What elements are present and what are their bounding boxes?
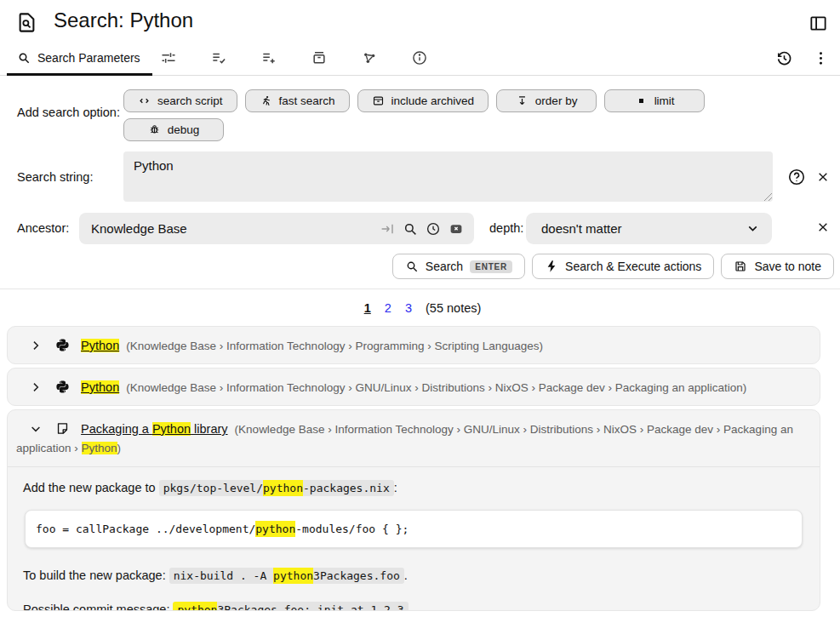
square-icon	[635, 94, 648, 107]
bolt-icon	[545, 260, 558, 273]
depth-label: depth:	[489, 221, 523, 235]
enter-kbd-badge: ENTER	[470, 260, 512, 273]
list-check-icon[interactable]	[210, 49, 227, 66]
pagination-page-2[interactable]: 2	[385, 301, 391, 315]
chevron-right-icon[interactable]	[30, 381, 42, 393]
jump-to-note-icon[interactable]	[380, 221, 395, 237]
ribbon-icon-group	[160, 43, 428, 73]
fast-search-button[interactable]: fast search	[245, 89, 350, 112]
search-icon	[405, 260, 419, 273]
result-title-link[interactable]: Python	[81, 380, 119, 394]
code-block: foo = callPackage ../development/python-…	[25, 510, 803, 548]
search-string-label: Search string:	[17, 170, 93, 184]
code-icon	[138, 94, 151, 107]
ancestor-input[interactable]	[79, 213, 372, 244]
debug-button[interactable]: debug	[123, 118, 224, 141]
content-paragraph: Possible commit message: python3Packages…	[23, 601, 804, 611]
chevron-down-icon[interactable]	[30, 423, 42, 435]
kebab-menu-icon[interactable]	[812, 49, 830, 67]
sidebar-toggle-icon[interactable]	[809, 14, 828, 33]
tab-search-parameters[interactable]: Search Parameters	[7, 43, 152, 76]
pagination: 1 2 3 (55 notes)	[0, 301, 840, 315]
ribbon-right-group	[775, 43, 830, 73]
chevron-down-icon	[746, 221, 760, 236]
run-icon	[260, 94, 272, 107]
tab-label: Search Parameters	[37, 51, 140, 65]
sliders-icon[interactable]	[160, 49, 177, 66]
search-result-item-3-expanded[interactable]: Packaging a Python library (Knowledge Ba…	[7, 409, 820, 611]
search-script-button[interactable]: search script	[123, 89, 237, 112]
result-title-link[interactable]: Packaging a Python library	[81, 422, 228, 436]
list-plus-icon[interactable]	[260, 49, 277, 66]
app-window: Search: Python Search Parameters	[0, 0, 840, 617]
result-note-path: (Knowledge Base › Information Technology…	[126, 340, 543, 352]
search-execute-button[interactable]: Search & Execute actions	[532, 254, 714, 279]
ribbon-bar: Search Parameters	[0, 43, 840, 76]
remove-ancestor-icon[interactable]	[816, 220, 830, 234]
archive-box-icon[interactable]	[311, 49, 328, 66]
content-paragraph: To build the new package: nix-build . -A…	[23, 567, 804, 584]
ancestor-label: Ancestor:	[17, 221, 69, 235]
ancestor-field	[79, 213, 474, 244]
note-icon	[55, 421, 70, 436]
info-icon[interactable]	[411, 49, 428, 66]
limit-button[interactable]: limit	[604, 89, 705, 112]
divider	[0, 289, 840, 289]
arrow-down-to-bar-icon	[516, 94, 529, 107]
recent-notes-clock-icon[interactable]	[426, 221, 441, 237]
note-preview-content: Add the new package to pkgs/top-level/py…	[8, 467, 820, 612]
bug-icon	[148, 123, 161, 136]
saved-search-note-icon	[15, 11, 38, 34]
search-string-input[interactable]: Python	[123, 151, 773, 202]
resize-handle-icon[interactable]	[763, 191, 772, 201]
add-search-option-label: Add search option:	[17, 106, 120, 119]
order-by-button[interactable]: order by	[496, 89, 597, 112]
pagination-current-page: 1	[364, 301, 371, 315]
pagination-note-count: (55 notes)	[426, 301, 481, 315]
result-note-path: (Knowledge Base › Information Technology…	[126, 381, 746, 394]
note-map-share-icon[interactable]	[361, 49, 378, 66]
include-archived-button[interactable]: include archived	[357, 89, 489, 112]
remove-search-string-icon[interactable]	[816, 170, 830, 184]
pagination-page-3[interactable]: 3	[405, 301, 412, 315]
depth-selected-value: doesn't matter	[541, 221, 746, 236]
search-action-buttons: Search ENTER Search & Execute actions Sa…	[392, 254, 834, 279]
chevron-right-icon[interactable]	[30, 340, 42, 351]
archive-icon	[372, 94, 385, 107]
clear-input-icon[interactable]	[449, 221, 464, 237]
history-icon[interactable]	[775, 49, 793, 67]
depth-select[interactable]: doesn't matter	[526, 213, 772, 244]
search-icon	[17, 51, 31, 65]
content-paragraph: Add the new package to pkgs/top-level/py…	[23, 479, 804, 496]
search-result-item-2[interactable]: Python (Knowledge Base › Information Tec…	[7, 368, 820, 406]
python-logo-icon	[55, 338, 70, 352]
result-title-link[interactable]: Python	[81, 339, 119, 352]
save-icon	[734, 260, 747, 273]
search-button[interactable]: Search ENTER	[392, 254, 525, 279]
page-title: Search: Python	[54, 9, 193, 32]
save-to-note-button[interactable]: Save to note	[721, 254, 834, 279]
search-result-item-1[interactable]: Python (Knowledge Base › Information Tec…	[7, 326, 820, 364]
search-icon[interactable]	[403, 221, 418, 237]
help-icon[interactable]	[787, 168, 806, 186]
python-logo-icon	[55, 380, 70, 394]
